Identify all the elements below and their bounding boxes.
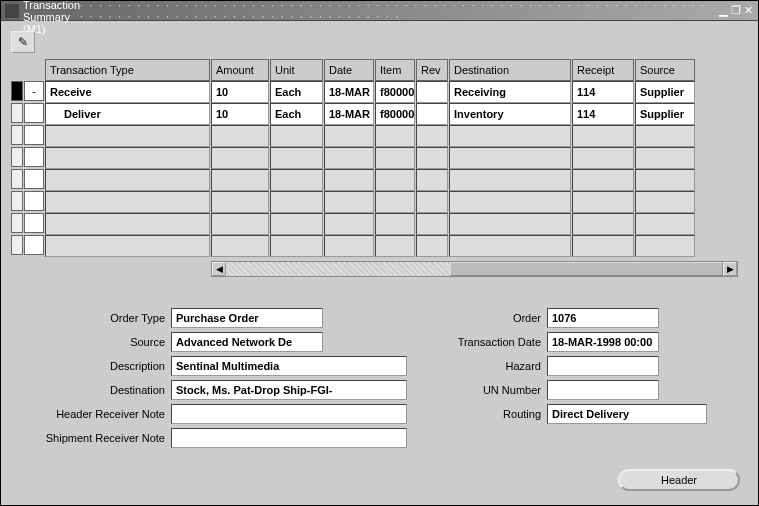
header-amount[interactable]: Amount <box>211 59 269 81</box>
description-label: Description <box>21 360 171 372</box>
row-indicator[interactable] <box>11 213 23 233</box>
txn-date-label: Transaction Date <box>407 336 547 348</box>
header-destination[interactable]: Destination <box>449 59 571 81</box>
order-field[interactable]: 1076 <box>547 308 659 328</box>
order-label: Order <box>407 312 547 324</box>
window-title: Receipt Transaction Summary (M1) <box>23 0 80 35</box>
scroll-thumb[interactable] <box>450 262 723 276</box>
source-label: Source <box>21 336 171 348</box>
form-right-column: Order 1076 Transaction Date 18-MAR-1998 … <box>407 307 738 451</box>
row-indicator[interactable] <box>11 169 23 189</box>
shipment-note-label: Shipment Receiver Note <box>21 432 171 444</box>
table-row[interactable] <box>45 235 748 257</box>
titlebar-decoration: · · · · · · · · · · · · · · · · · · · · … <box>80 0 710 22</box>
table-row[interactable]: Deliver 10 Each 18-MAR f80000 Inventory … <box>45 103 748 125</box>
table-row[interactable] <box>45 191 748 213</box>
table-row[interactable]: Receive 10 Each 18-MAR f80000 Receiving … <box>45 81 748 103</box>
order-type-label: Order Type <box>21 312 171 324</box>
shipment-note-field[interactable] <box>171 428 407 448</box>
cell-date[interactable]: 18-MAR <box>324 81 374 103</box>
header-rev[interactable]: Rev <box>416 59 448 81</box>
destination-label: Destination <box>21 384 171 396</box>
app-window: Receipt Transaction Summary (M1) · · · ·… <box>0 0 759 506</box>
expand-toggle[interactable]: - <box>24 81 44 101</box>
header-unit[interactable]: Unit <box>270 59 323 81</box>
row-indicator[interactable] <box>11 125 23 145</box>
app-icon <box>5 4 19 18</box>
minimize-button[interactable]: ▁ <box>718 4 729 18</box>
hazard-field[interactable] <box>547 356 659 376</box>
toolbar: ✎ <box>11 31 748 53</box>
row-indicator[interactable] <box>11 191 23 211</box>
table-row[interactable] <box>45 213 748 235</box>
cell-type[interactable]: Deliver <box>45 103 210 125</box>
cell-destination[interactable]: Inventory <box>449 103 571 125</box>
transaction-grid: - Transaction Type Amount Unit Da <box>11 59 748 257</box>
grid-headers: Transaction Type Amount Unit Date Item R… <box>45 59 748 81</box>
routing-label: Routing <box>407 408 547 420</box>
form-left-column: Order Type Purchase Order Source Advance… <box>21 307 407 451</box>
un-number-field[interactable] <box>547 380 659 400</box>
titlebar: Receipt Transaction Summary (M1) · · · ·… <box>1 1 758 21</box>
source-field[interactable]: Advanced Network De <box>171 332 323 352</box>
restore-button[interactable]: ❐ <box>731 4 742 18</box>
content-area: ✎ - <box>1 21 758 461</box>
expand-toggle[interactable] <box>24 147 44 167</box>
grid-body: Transaction Type Amount Unit Date Item R… <box>45 59 748 257</box>
header-date[interactable]: Date <box>324 59 374 81</box>
expand-toggle[interactable] <box>24 235 44 255</box>
routing-field[interactable]: Direct Delivery <box>547 404 707 424</box>
close-button[interactable]: ✕ <box>743 4 754 18</box>
edit-tool-button[interactable]: ✎ <box>11 31 35 53</box>
detail-form: Order Type Purchase Order Source Advance… <box>11 307 748 451</box>
header-source[interactable]: Source <box>635 59 695 81</box>
expand-toggle[interactable] <box>24 191 44 211</box>
cell-date[interactable]: 18-MAR <box>324 103 374 125</box>
expand-toggle[interactable] <box>24 125 44 145</box>
expand-toggle[interactable] <box>24 169 44 189</box>
scroll-track[interactable] <box>226 262 723 276</box>
row-indicator[interactable] <box>11 235 23 255</box>
scroll-left-button[interactable]: ◀ <box>212 262 226 276</box>
cell-rev[interactable] <box>416 81 448 103</box>
expand-toggle[interactable] <box>24 213 44 233</box>
cell-source[interactable]: Supplier <box>635 103 695 125</box>
row-indicator[interactable] <box>11 81 23 101</box>
row-markers: - <box>11 59 45 257</box>
cell-item[interactable]: f80000 <box>375 81 415 103</box>
horizontal-scrollbar[interactable]: ◀ ▶ <box>211 261 738 277</box>
row-indicator[interactable] <box>11 147 23 167</box>
cell-item[interactable]: f80000 <box>375 103 415 125</box>
pencil-icon: ✎ <box>18 35 28 49</box>
table-row[interactable] <box>45 147 748 169</box>
row-indicator[interactable] <box>11 103 23 123</box>
cell-type[interactable]: Receive <box>45 81 210 103</box>
cell-receipt[interactable]: 114 <box>572 103 634 125</box>
table-row[interactable] <box>45 125 748 147</box>
txn-date-field[interactable]: 18-MAR-1998 00:00 <box>547 332 659 352</box>
cell-rev[interactable] <box>416 103 448 125</box>
header-note-field[interactable] <box>171 404 407 424</box>
cell-source[interactable]: Supplier <box>635 81 695 103</box>
un-number-label: UN Number <box>407 384 547 396</box>
table-row[interactable] <box>45 169 748 191</box>
expand-toggle[interactable] <box>24 103 44 123</box>
header-button[interactable]: Header <box>618 469 740 491</box>
destination-field[interactable]: Stock, Ms. Pat-Drop Ship-FGI- <box>171 380 407 400</box>
header-receipt[interactable]: Receipt <box>572 59 634 81</box>
cell-destination[interactable]: Receiving <box>449 81 571 103</box>
cell-unit[interactable]: Each <box>270 103 323 125</box>
hazard-label: Hazard <box>407 360 547 372</box>
cell-receipt[interactable]: 114 <box>572 81 634 103</box>
header-transaction-type[interactable]: Transaction Type <box>45 59 210 81</box>
cell-amount[interactable]: 10 <box>211 81 269 103</box>
cell-unit[interactable]: Each <box>270 81 323 103</box>
order-type-field[interactable]: Purchase Order <box>171 308 323 328</box>
header-note-label: Header Receiver Note <box>21 408 171 420</box>
description-field[interactable]: Sentinal Multimedia <box>171 356 407 376</box>
header-item[interactable]: Item <box>375 59 415 81</box>
scroll-right-button[interactable]: ▶ <box>723 262 737 276</box>
cell-amount[interactable]: 10 <box>211 103 269 125</box>
